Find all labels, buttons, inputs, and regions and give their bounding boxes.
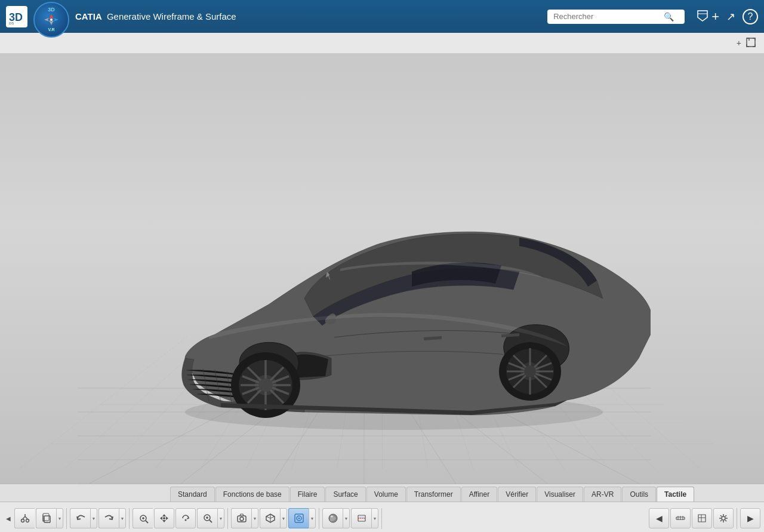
extra-tool-button[interactable]	[692, 508, 712, 528]
svg-text:DS: DS	[9, 21, 14, 25]
svg-point-78	[331, 516, 332, 518]
svg-marker-4	[44, 18, 49, 21]
undo-button[interactable]	[70, 508, 90, 528]
tab-tactile[interactable]: Tactile	[657, 487, 694, 502]
svg-marker-5	[54, 18, 58, 21]
section-button[interactable]	[351, 508, 371, 528]
tab-filaire[interactable]: Filaire	[290, 487, 325, 502]
cube-button[interactable]	[260, 508, 280, 528]
svg-line-56	[146, 521, 148, 523]
camera-group: ▼	[231, 508, 258, 528]
logo-area: 3D DS 3D V.R	[6, 0, 69, 38]
svg-line-50	[23, 516, 25, 519]
zoom-window-button[interactable]	[133, 508, 153, 528]
measure-button[interactable]	[670, 508, 691, 528]
pan-button[interactable]	[154, 508, 174, 528]
tab-visualiser[interactable]: Visualiser	[537, 487, 583, 502]
toolbar-collapse-button[interactable]: ◀	[4, 508, 13, 528]
redo-group: ▼	[98, 508, 126, 528]
svg-marker-3	[49, 20, 54, 25]
compass-button[interactable]: 3D V.R	[33, 2, 69, 38]
search-button[interactable]: 🔍	[664, 12, 674, 21]
header-bar: 3D DS 3D V.R CATIA Generative Wireframe …	[0, 0, 764, 33]
separator-3	[227, 508, 228, 529]
3d-viewport[interactable]	[0, 54, 764, 484]
tab-standard[interactable]: Standard	[170, 487, 215, 502]
svg-marker-61	[160, 516, 162, 520]
bookmark-icon[interactable]	[694, 8, 711, 26]
render-group: ▼	[322, 508, 350, 528]
svg-line-72	[266, 516, 270, 518]
svg-rect-81	[359, 516, 364, 518]
undo-dropdown[interactable]: ▼	[90, 508, 97, 528]
compass-3d-label: 3D	[43, 7, 60, 13]
search-area[interactable]: 🔍	[547, 10, 685, 24]
cube-dropdown[interactable]: ▼	[280, 508, 287, 528]
view-mode-icon	[294, 513, 304, 524]
svg-marker-62	[166, 516, 168, 520]
add-small-button[interactable]: +	[734, 37, 744, 49]
app-subtitle-label: Generative Wireframe & Surface	[107, 11, 236, 21]
copy-icon	[41, 513, 52, 524]
tab-surface[interactable]: Surface	[325, 487, 365, 502]
zoom-in-icon	[202, 513, 213, 524]
svg-point-86	[722, 516, 725, 520]
zoom-dropdown[interactable]: ▼	[217, 508, 224, 528]
redo-button[interactable]	[98, 508, 119, 528]
view-mode-button[interactable]	[288, 508, 309, 528]
help-button[interactable]: ?	[743, 9, 758, 24]
tab-fonctions-base[interactable]: Fonctions de base	[215, 487, 289, 502]
undo-icon	[75, 513, 86, 524]
render-icon	[328, 513, 338, 524]
share-button[interactable]: ↗	[726, 10, 735, 23]
svg-marker-2	[49, 14, 54, 19]
tab-ar-vr[interactable]: AR-VR	[584, 487, 621, 502]
cube-icon	[265, 513, 276, 524]
svg-point-49	[26, 519, 29, 522]
app-title: CATIA Generative Wireframe & Surface	[75, 11, 239, 21]
camera-button[interactable]	[231, 508, 251, 528]
dassault-logo: 3D DS	[6, 6, 27, 27]
undo-group: ▼	[70, 508, 97, 528]
tab-transformer[interactable]: Transformer	[406, 487, 461, 502]
section-group: ▼	[351, 508, 378, 528]
fullscreen-button[interactable]	[744, 36, 758, 50]
redo-icon	[104, 513, 115, 524]
camera-dropdown[interactable]: ▼	[251, 508, 258, 528]
tab-verifier[interactable]: Vérifier	[498, 487, 536, 502]
copy-dropdown[interactable]: ▼	[56, 508, 63, 528]
search-input[interactable]	[553, 12, 664, 21]
header-actions: + ↗ ?	[711, 9, 758, 24]
svg-point-47	[524, 365, 536, 377]
tab-volume[interactable]: Volume	[366, 487, 406, 502]
camera-icon	[236, 513, 247, 524]
separator-1	[66, 508, 67, 529]
render-dropdown[interactable]: ▼	[343, 508, 350, 528]
svg-point-76	[298, 518, 300, 519]
measure-icon	[675, 513, 686, 524]
left-arrow-icon: ◀	[656, 513, 663, 523]
edit-tools-group	[14, 508, 35, 528]
redo-dropdown[interactable]: ▼	[119, 508, 126, 528]
car-model	[78, 102, 651, 484]
svg-point-70	[240, 517, 244, 521]
compass-vr-label: V.R	[43, 27, 60, 32]
zoom-window-icon	[138, 513, 149, 524]
nav-left-button[interactable]: ◀	[649, 508, 669, 528]
settings-button[interactable]	[713, 508, 734, 528]
tab-outils[interactable]: Outils	[622, 487, 656, 502]
nav-right-button[interactable]: ▶	[740, 508, 760, 528]
svg-point-63	[163, 517, 165, 519]
view-mode-dropdown[interactable]: ▼	[309, 508, 316, 528]
zoom-in-button[interactable]	[197, 508, 217, 528]
tab-affiner[interactable]: Affiner	[461, 487, 497, 502]
svg-marker-59	[162, 514, 166, 516]
svg-point-37	[258, 379, 273, 392]
cut-button[interactable]	[14, 508, 35, 528]
copy-button[interactable]	[36, 508, 56, 528]
toolbar-tabs: Standard Fonctions de base Filaire Surfa…	[0, 484, 764, 502]
section-dropdown[interactable]: ▼	[371, 508, 378, 528]
render-button[interactable]	[322, 508, 343, 528]
add-button[interactable]: +	[711, 9, 719, 24]
rotate-button[interactable]	[175, 508, 196, 528]
